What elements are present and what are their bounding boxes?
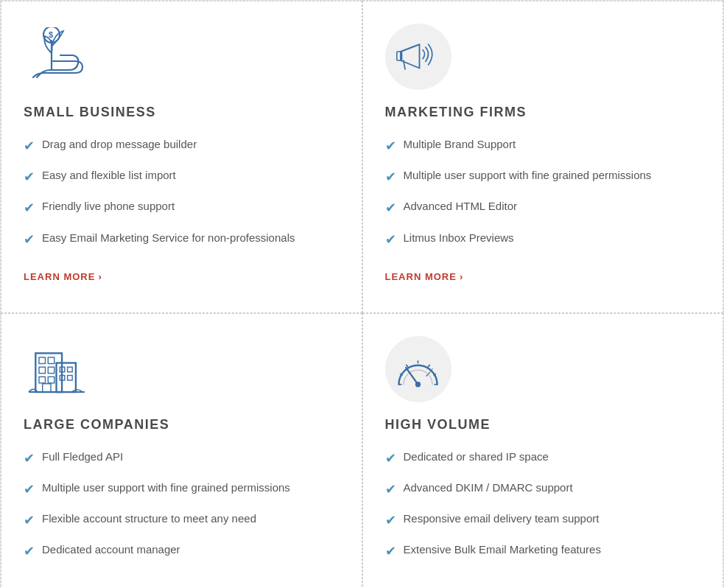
list-item: ✔ Easy Email Marketing Service for non-p… xyxy=(24,230,340,249)
feature-text: Multiple Brand Support xyxy=(404,136,516,152)
svg-rect-11 xyxy=(48,377,54,382)
svg-line-20 xyxy=(406,365,408,367)
feature-text: Flexible account structure to meet any n… xyxy=(42,511,256,526)
feature-text: Responsive email delivery team support xyxy=(404,511,600,526)
feature-text: Drag and drop message builder xyxy=(42,136,197,152)
small-business-title: SMALL BUSINESS xyxy=(24,105,340,120)
check-icon: ✔ xyxy=(385,231,396,249)
svg-rect-16 xyxy=(43,384,51,392)
feature-text: Litmus Inbox Previews xyxy=(404,230,514,245)
check-icon: ✔ xyxy=(385,199,396,217)
marketing-firms-title: MARKETING FIRMS xyxy=(385,105,701,120)
list-item: ✔ Easy and flexible list import xyxy=(24,167,340,186)
high-volume-title: HIGH VOLUME xyxy=(385,417,701,433)
large-companies-icon xyxy=(24,336,90,402)
list-item: ✔ Advanced HTML Editor xyxy=(385,198,701,217)
small-business-section: $ SMALL BUSINESS ✔ Drag and drop message… xyxy=(1,1,362,313)
check-icon: ✔ xyxy=(24,137,35,155)
list-item: ✔ Multiple user support with fine graine… xyxy=(24,480,340,499)
check-icon: ✔ xyxy=(24,511,35,530)
check-icon: ✔ xyxy=(24,449,35,468)
list-item: ✔ Multiple Brand Support xyxy=(385,136,701,155)
check-icon: ✔ xyxy=(385,511,396,530)
check-icon: ✔ xyxy=(385,542,396,561)
feature-text: Multiple user support with fine grained … xyxy=(42,480,290,495)
list-item: ✔ Friendly live phone support xyxy=(24,198,340,217)
feature-text: Advanced DKIM / DMARC support xyxy=(404,480,573,495)
feature-text: Extensive Bulk Email Marketing features xyxy=(404,542,601,557)
check-icon: ✔ xyxy=(24,168,35,186)
small-business-learn-more[interactable]: LEARN MORE › xyxy=(24,271,102,282)
svg-rect-10 xyxy=(39,377,45,382)
feature-text: Full Fledged API xyxy=(42,449,123,464)
svg-rect-8 xyxy=(39,367,45,373)
features-grid: $ SMALL BUSINESS ✔ Drag and drop message… xyxy=(0,0,724,588)
feature-text: Easy and flexible list import xyxy=(42,167,176,183)
list-item: ✔ Dedicated or shared IP space xyxy=(385,449,701,468)
svg-rect-6 xyxy=(39,357,45,363)
feature-text: Dedicated or shared IP space xyxy=(404,449,549,464)
list-item: ✔ Full Fledged API xyxy=(24,449,340,468)
list-item: ✔ Dedicated account manager xyxy=(24,542,340,561)
high-volume-icon xyxy=(385,336,451,402)
feature-text: Dedicated account manager xyxy=(42,542,180,557)
svg-rect-9 xyxy=(48,367,54,373)
marketing-firms-icon xyxy=(385,24,451,90)
list-item: ✔ Extensive Bulk Email Marketing feature… xyxy=(385,542,701,561)
high-volume-section: HIGH VOLUME ✔ Dedicated or shared IP spa… xyxy=(362,313,724,588)
check-icon: ✔ xyxy=(385,449,396,468)
check-icon: ✔ xyxy=(385,137,396,155)
marketing-firms-learn-more[interactable]: LEARN MORE › xyxy=(385,271,464,282)
list-item: ✔ Litmus Inbox Previews xyxy=(385,230,701,249)
feature-text: Easy Email Marketing Service for non-pro… xyxy=(42,230,295,245)
feature-text: Advanced HTML Editor xyxy=(404,198,518,214)
large-companies-section: LARGE COMPANIES ✔ Full Fledged API ✔ Mul… xyxy=(1,313,362,588)
feature-text: Friendly live phone support xyxy=(42,198,175,214)
check-icon: ✔ xyxy=(24,480,35,499)
list-item: ✔ Drag and drop message builder xyxy=(24,136,340,155)
check-icon: ✔ xyxy=(385,480,396,499)
arrow-icon: › xyxy=(460,271,463,282)
list-item: ✔ Flexible account structure to meet any… xyxy=(24,511,340,530)
list-item: ✔ Responsive email delivery team support xyxy=(385,511,701,530)
check-icon: ✔ xyxy=(24,542,35,561)
list-item: ✔ Multiple user support with fine graine… xyxy=(385,167,701,186)
large-companies-title: LARGE COMPANIES xyxy=(24,417,340,433)
svg-rect-15 xyxy=(68,375,73,380)
check-icon: ✔ xyxy=(24,231,35,249)
marketing-firms-section: MARKETING FIRMS ✔ Multiple Brand Support… xyxy=(362,1,724,313)
small-business-icon: $ xyxy=(24,24,90,90)
check-icon: ✔ xyxy=(385,168,396,186)
svg-point-26 xyxy=(415,382,421,387)
svg-line-22 xyxy=(428,365,430,367)
svg-text:$: $ xyxy=(49,30,53,39)
marketing-firms-features: ✔ Multiple Brand Support ✔ Multiple user… xyxy=(385,136,701,249)
large-companies-features: ✔ Full Fledged API ✔ Multiple user suppo… xyxy=(24,449,340,561)
high-volume-features: ✔ Dedicated or shared IP space ✔ Advance… xyxy=(385,449,701,561)
svg-rect-13 xyxy=(68,367,73,372)
feature-text: Multiple user support with fine grained … xyxy=(404,167,652,183)
small-business-features: ✔ Drag and drop message builder ✔ Easy a… xyxy=(24,136,340,249)
svg-rect-7 xyxy=(48,357,54,363)
check-icon: ✔ xyxy=(24,199,35,217)
arrow-icon: › xyxy=(98,271,102,282)
svg-rect-5 xyxy=(57,363,76,392)
list-item: ✔ Advanced DKIM / DMARC support xyxy=(385,480,701,499)
